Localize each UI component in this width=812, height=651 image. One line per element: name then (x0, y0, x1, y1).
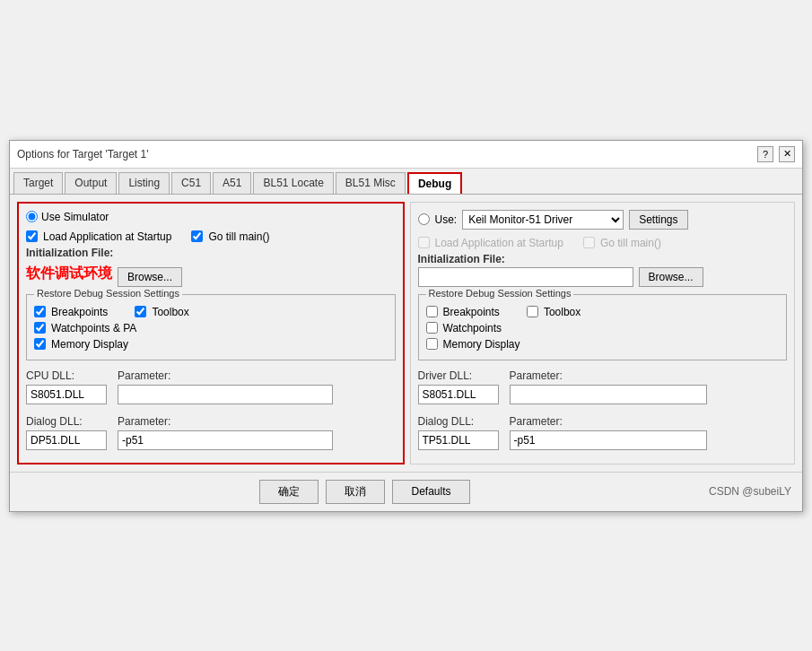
window-title: Options for Target 'Target 1' (17, 148, 148, 161)
left-memory-display-checkbox[interactable] (34, 338, 46, 350)
left-dialog-dll-section: Dialog DLL: Parameter: (26, 415, 396, 450)
left-cpu-dll-section: CPU DLL: Parameter: (26, 369, 396, 404)
right-init-file-input[interactable] (418, 267, 633, 287)
right-driver-dll-field: Driver DLL: (418, 369, 499, 404)
right-driver-dll-row: Driver DLL: Parameter: (418, 369, 788, 404)
right-dialog-param-input[interactable] (510, 430, 707, 450)
right-driver-param-field: Parameter: (510, 369, 707, 404)
left-init-file-row: 软件调试环境 Browse... (26, 261, 396, 287)
right-dialog-dll-field: Dialog DLL: (418, 415, 499, 450)
left-panel: Use Simulator Load Application at Startu… (17, 202, 405, 464)
right-driver-dll-label: Driver DLL: (418, 369, 499, 382)
defaults-button[interactable]: Defaults (392, 480, 469, 504)
title-bar: Options for Target 'Target 1' ? ✕ (10, 141, 802, 169)
right-memory-display-checkbox[interactable] (426, 338, 438, 350)
right-go-till-main-label: Go till main() (600, 237, 661, 249)
left-load-app-row: Load Application at Startup Go till main… (26, 230, 396, 243)
right-load-app-row: Load Application at Startup Go till main… (418, 237, 788, 249)
left-restore-debug-label: Restore Debug Session Settings (34, 288, 182, 299)
tab-output[interactable]: Output (65, 172, 117, 194)
main-window: Options for Target 'Target 1' ? ✕ Target… (9, 140, 803, 512)
left-cpu-param-label: Parameter: (118, 369, 333, 382)
left-cpu-param-input[interactable] (118, 385, 333, 404)
left-dialog-dll-row: Dialog DLL: Parameter: (26, 415, 396, 450)
right-use-radio[interactable] (418, 213, 430, 225)
left-breakpoints-checkbox[interactable] (34, 306, 46, 317)
tab-c51[interactable]: C51 (171, 172, 211, 194)
left-restore-debug-group: Restore Debug Session Settings Breakpoin… (26, 294, 396, 360)
left-watchpoints-row: Watchpoints & PA (34, 322, 388, 334)
left-browse-button[interactable]: Browse... (118, 267, 182, 287)
left-watchpoints-label: Watchpoints & PA (51, 322, 136, 334)
right-toolbox-label: Toolbox (544, 306, 581, 318)
csdn-watermark: CSDN @subeiLY (709, 485, 791, 498)
ok-button[interactable]: 确定 (259, 480, 319, 504)
left-dialog-dll-label: Dialog DLL: (26, 415, 107, 428)
right-driver-param-label: Parameter: (510, 369, 707, 382)
right-driver-dll-input[interactable] (418, 385, 499, 404)
right-dialog-dll-label: Dialog DLL: (418, 415, 499, 428)
close-button[interactable]: ✕ (779, 146, 795, 162)
left-toolbox-label: Toolbox (152, 306, 188, 318)
help-button[interactable]: ? (757, 146, 773, 162)
right-restore-debug-label: Restore Debug Session Settings (426, 288, 574, 299)
left-cpu-dll-input[interactable] (26, 385, 107, 404)
right-dialog-param-field: Parameter: (510, 415, 707, 450)
right-memory-display-label: Memory Display (443, 338, 520, 351)
use-simulator-label: Use Simulator (41, 211, 109, 223)
right-use-row: Use: Keil Monitor-51 Driver Settings (418, 210, 788, 230)
left-go-till-main-checkbox[interactable] (191, 230, 203, 242)
right-init-file-label: Initialization File: (418, 253, 788, 265)
tab-bl51locate[interactable]: BL51 Locate (253, 172, 333, 194)
left-breakpoints-toolbox-row: Breakpoints Toolbox (34, 306, 388, 318)
right-driver-param-input[interactable] (510, 385, 707, 404)
left-memory-display-label: Memory Display (51, 338, 128, 351)
right-toolbox-checkbox[interactable] (527, 306, 538, 317)
two-column-layout: Use Simulator Load Application at Startu… (17, 202, 795, 464)
tab-debug[interactable]: Debug (407, 172, 462, 194)
right-panel: Use: Keil Monitor-51 Driver Settings Loa… (410, 202, 796, 464)
left-dialog-dll-input[interactable] (26, 430, 107, 450)
left-dialog-param-input[interactable] (118, 430, 333, 450)
right-watchpoints-label: Watchpoints (443, 322, 502, 334)
cancel-button[interactable]: 取消 (326, 480, 385, 504)
tab-target[interactable]: Target (13, 172, 63, 194)
tab-a51[interactable]: A51 (213, 172, 251, 194)
right-browse-button[interactable]: Browse... (639, 267, 703, 287)
left-dialog-param-field: Parameter: (118, 415, 333, 450)
tab-listing[interactable]: Listing (118, 172, 170, 194)
content-area: Use Simulator Load Application at Startu… (10, 195, 802, 472)
right-breakpoints-toolbox-row: Breakpoints Toolbox (426, 306, 780, 318)
left-cpu-dll-row: CPU DLL: Parameter: (26, 369, 396, 404)
use-simulator-row: Use Simulator (26, 211, 396, 223)
watermark-text: 软件调试环境 (26, 265, 112, 283)
left-cpu-dll-field: CPU DLL: (26, 369, 107, 404)
left-memory-display-row: Memory Display (34, 338, 388, 351)
left-watchpoints-checkbox[interactable] (34, 322, 46, 334)
right-breakpoints-checkbox[interactable] (426, 306, 438, 317)
right-go-till-main-checkbox[interactable] (583, 237, 595, 248)
left-dialog-param-label: Parameter: (118, 415, 333, 428)
right-dialog-dll-section: Dialog DLL: Parameter: (418, 415, 788, 450)
left-breakpoints-label: Breakpoints (51, 306, 108, 318)
bottom-buttons: 确定 取消 Defaults (259, 480, 469, 504)
right-load-app-checkbox[interactable] (418, 237, 430, 248)
left-toolbox-checkbox[interactable] (135, 306, 146, 317)
left-init-file-label: Initialization File: (26, 247, 396, 259)
right-load-app-label: Load Application at Startup (435, 237, 563, 249)
right-init-file-row: Browse... (418, 267, 788, 287)
left-load-app-checkbox[interactable] (26, 230, 38, 242)
right-dialog-param-label: Parameter: (510, 415, 707, 428)
right-settings-button[interactable]: Settings (629, 210, 687, 230)
use-simulator-radio[interactable] (26, 211, 38, 222)
left-cpu-dll-label: CPU DLL: (26, 369, 107, 382)
right-dialog-dll-input[interactable] (418, 430, 499, 450)
right-driver-dll-section: Driver DLL: Parameter: (418, 369, 788, 404)
tab-bl51misc[interactable]: BL51 Misc (336, 172, 406, 194)
right-watchpoints-row: Watchpoints (426, 322, 780, 334)
right-breakpoints-label: Breakpoints (443, 306, 500, 318)
left-cpu-param-field: Parameter: (118, 369, 333, 404)
right-driver-select[interactable]: Keil Monitor-51 Driver (462, 210, 624, 230)
right-restore-debug-group: Restore Debug Session Settings Breakpoin… (418, 294, 788, 360)
right-watchpoints-checkbox[interactable] (426, 322, 438, 334)
